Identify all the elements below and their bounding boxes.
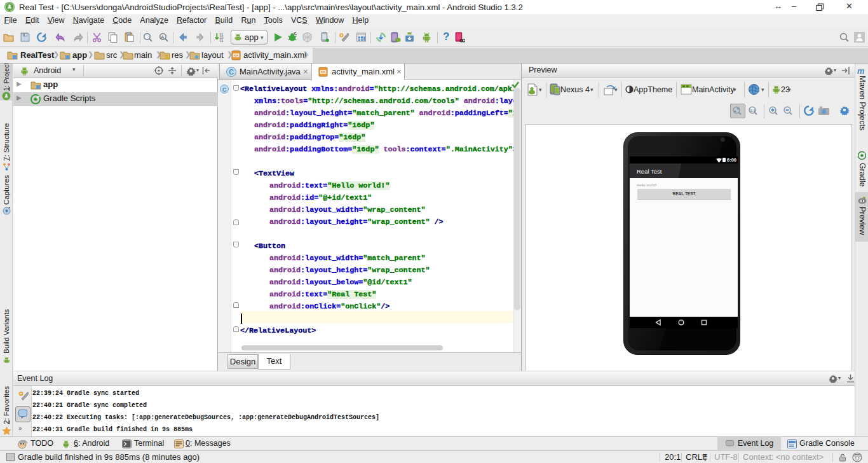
svg-text:<>: <> <box>321 70 325 74</box>
svg-text:1:1: 1:1 <box>750 109 756 113</box>
svg-text:C: C <box>222 86 226 93</box>
svg-text:C: C <box>229 69 234 76</box>
svg-text:01: 01 <box>220 39 224 43</box>
svg-text:<>: <> <box>234 53 238 57</box>
svg-text:A: A <box>161 34 164 40</box>
